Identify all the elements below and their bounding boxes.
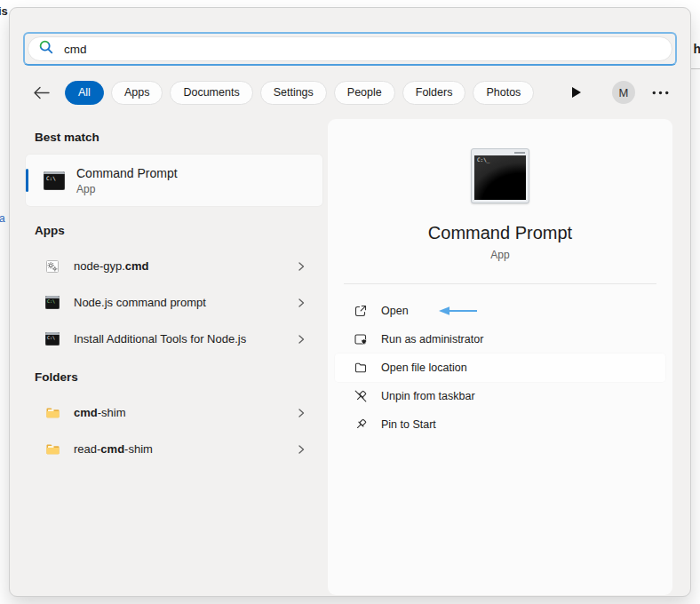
folders-header: Folders [35,370,322,384]
apps-list: node-gyp.cmd C:\ Node.js command prompt … [26,248,322,357]
search-input[interactable]: cmd [64,43,87,56]
action-run-as-administrator[interactable]: Run as administrator [328,325,672,354]
best-match-header: Best match [35,131,322,144]
action-label: Run as administrator [381,333,483,346]
folder-item-read-cmd-shim[interactable]: read-cmd-shim [26,431,322,467]
results-column: Best match C:\ Command Prompt App Apps [26,122,322,467]
preview-title: Command Prompt [428,223,572,243]
preview-subtitle: App [490,249,509,261]
tab-all[interactable]: All [65,81,104,105]
folder-item-label: cmd-shim [74,406,126,419]
search-flyout-panel: cmd All Apps Documents Settings People F… [9,7,691,597]
pin-icon [354,417,368,432]
folder-icon [45,442,60,457]
action-open[interactable]: Open [328,297,672,325]
folder-item-cmd-shim[interactable]: cmd-shim [26,394,322,431]
filter-bar: All Apps Documents Settings People Folde… [33,79,669,106]
app-item-label: Install Additional Tools for Node.js [74,332,246,346]
tab-people[interactable]: People [334,81,395,105]
background-text-fragment: h [693,42,700,56]
action-label: Pin to Start [381,418,436,431]
action-label: Open file location [381,362,467,374]
preview-pane: C:\_ Command Prompt App Open [328,119,672,595]
unpin-icon [354,389,368,403]
tab-documents[interactable]: Documents [170,81,252,105]
folder-outline-icon [354,361,368,375]
search-icon [38,39,54,59]
background-text-fragment: is [0,4,8,18]
search-box[interactable]: cmd [23,32,677,66]
chevron-right-icon[interactable] [296,298,306,308]
expand-filters-icon[interactable] [572,87,581,98]
preview-divider [344,283,656,284]
admin-shield-icon [354,332,368,346]
best-match-title: Command Prompt [76,166,178,180]
action-label: Unpin from taskbar [381,390,475,402]
action-unpin-from-taskbar[interactable]: Unpin from taskbar [328,382,672,410]
background-link-fragment: a [0,212,5,225]
nodejs-terminal-icon: C:\ [45,296,60,309]
action-list: Open Run as administrator [328,297,672,439]
back-button[interactable] [33,86,50,99]
command-prompt-large-icon: C:\_ [471,148,529,203]
app-item-label: node-gyp.cmd [74,259,149,273]
folder-item-label: read-cmd-shim [74,442,153,456]
action-label: Open [381,305,409,317]
action-open-file-location[interactable]: Open file location [335,354,665,382]
action-pin-to-start[interactable]: Pin to Start [328,410,672,439]
app-item-nodejs-command-prompt[interactable]: C:\ Node.js command prompt [26,284,322,321]
search-field[interactable]: cmd [28,36,672,61]
chevron-right-icon[interactable] [296,261,306,272]
command-prompt-icon: C:\ [44,171,65,190]
app-item-label: Node.js command prompt [74,296,206,309]
tab-photos[interactable]: Photos [473,81,534,105]
app-item-install-additional-tools[interactable]: C:\ Install Additional Tools for Node.js [26,321,322,357]
batch-file-icon [45,259,60,274]
best-match-item[interactable]: C:\ Command Prompt App [26,155,322,206]
selection-accent-bar [26,169,28,192]
tab-folders[interactable]: Folders [402,81,466,105]
tab-apps[interactable]: Apps [111,81,163,105]
open-external-icon [354,304,368,318]
apps-header: Apps [35,224,322,237]
annotation-arrow-left [436,306,479,316]
chevron-right-icon[interactable] [296,444,306,455]
folder-icon [45,406,60,420]
best-match-subtitle: App [76,183,178,195]
folders-list: cmd-shim read-cmd-shim [26,394,322,467]
filter-bar-right: M [572,81,669,104]
cmd-terminal-icon: C:\ [45,332,60,346]
background-rule-fragment [690,68,700,69]
account-avatar[interactable]: M [612,81,635,104]
tab-settings[interactable]: Settings [260,81,327,105]
chevron-right-icon[interactable] [296,408,306,418]
more-options-icon[interactable] [652,91,669,95]
chevron-right-icon[interactable] [296,334,306,345]
app-item-node-gyp-cmd[interactable]: node-gyp.cmd [26,248,322,284]
